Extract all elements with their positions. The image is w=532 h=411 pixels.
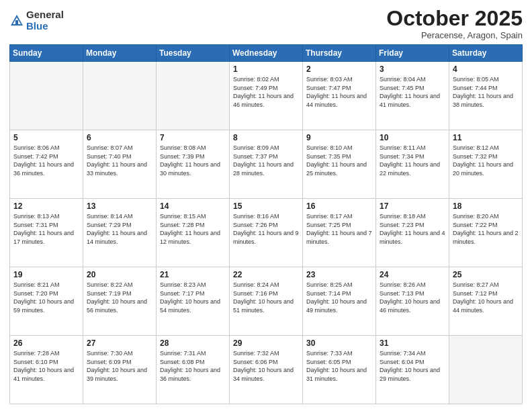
day-number: 13 — [87, 201, 152, 211]
day-number: 10 — [380, 133, 445, 142]
day-number: 22 — [233, 270, 299, 279]
day-info: Sunrise: 8:15 AMSunset: 7:28 PMDaylight:… — [160, 212, 226, 246]
calendar-day-cell — [83, 62, 157, 130]
day-number: 17 — [380, 201, 445, 211]
calendar-day-cell: 20Sunrise: 8:22 AMSunset: 7:19 PMDayligh… — [83, 267, 157, 336]
day-number: 31 — [380, 338, 445, 348]
header: General Blue October 2025 Peracense, Ara… — [9, 7, 523, 40]
month-title: October 2025 — [386, 7, 523, 30]
day-number: 20 — [87, 270, 152, 279]
calendar-day-cell: 16Sunrise: 8:17 AMSunset: 7:25 PMDayligh… — [303, 199, 376, 267]
calendar-week-row: 26Sunrise: 7:28 AMSunset: 6:10 PMDayligh… — [10, 336, 523, 404]
day-info: Sunrise: 8:25 AMSunset: 7:14 PMDaylight:… — [306, 281, 372, 314]
calendar-day-cell: 25Sunrise: 8:27 AMSunset: 7:12 PMDayligh… — [449, 267, 523, 336]
day-number: 25 — [453, 270, 519, 279]
page: General Blue October 2025 Peracense, Ara… — [0, 0, 532, 411]
day-info: Sunrise: 7:33 AMSunset: 6:05 PMDaylight:… — [306, 349, 372, 383]
day-info: Sunrise: 8:21 AMSunset: 7:20 PMDaylight:… — [13, 281, 79, 314]
calendar-day-cell: 3Sunrise: 8:04 AMSunset: 7:45 PMDaylight… — [376, 62, 449, 130]
day-number: 18 — [453, 201, 519, 211]
day-info: Sunrise: 8:06 AMSunset: 7:42 PMDaylight:… — [13, 144, 79, 177]
day-info: Sunrise: 8:22 AMSunset: 7:19 PMDaylight:… — [87, 281, 152, 314]
day-number: 1 — [233, 64, 299, 74]
calendar-week-row: 19Sunrise: 8:21 AMSunset: 7:20 PMDayligh… — [10, 267, 523, 336]
day-info: Sunrise: 8:14 AMSunset: 7:29 PMDaylight:… — [87, 212, 152, 246]
day-number: 11 — [453, 133, 519, 142]
calendar-day-cell — [157, 62, 230, 130]
calendar-day-cell: 7Sunrise: 8:08 AMSunset: 7:39 PMDaylight… — [157, 130, 230, 199]
calendar-day-cell: 13Sunrise: 8:14 AMSunset: 7:29 PMDayligh… — [83, 199, 157, 267]
logo-icon — [9, 13, 24, 28]
day-info: Sunrise: 8:20 AMSunset: 7:22 PMDaylight:… — [453, 212, 519, 246]
day-info: Sunrise: 8:08 AMSunset: 7:39 PMDaylight:… — [160, 144, 226, 177]
svg-rect-2 — [15, 20, 18, 24]
day-info: Sunrise: 7:31 AMSunset: 6:08 PMDaylight:… — [160, 349, 226, 383]
day-number: 9 — [306, 133, 372, 142]
calendar-day-cell: 18Sunrise: 8:20 AMSunset: 7:22 PMDayligh… — [449, 199, 523, 267]
day-info: Sunrise: 8:02 AMSunset: 7:49 PMDaylight:… — [233, 75, 299, 109]
day-number: 30 — [306, 338, 372, 348]
day-number: 15 — [233, 201, 299, 211]
calendar-week-row: 5Sunrise: 8:06 AMSunset: 7:42 PMDaylight… — [10, 130, 523, 199]
calendar-day-cell: 5Sunrise: 8:06 AMSunset: 7:42 PMDaylight… — [10, 130, 83, 199]
calendar-week-row: 12Sunrise: 8:13 AMSunset: 7:31 PMDayligh… — [10, 199, 523, 267]
calendar-day-cell: 28Sunrise: 7:31 AMSunset: 6:08 PMDayligh… — [157, 336, 230, 404]
day-number: 26 — [13, 338, 79, 348]
day-info: Sunrise: 8:16 AMSunset: 7:26 PMDaylight:… — [233, 212, 299, 246]
calendar-table: SundayMondayTuesdayWednesdayThursdayFrid… — [9, 44, 523, 404]
day-info: Sunrise: 7:28 AMSunset: 6:10 PMDaylight:… — [13, 349, 79, 383]
calendar-day-cell: 30Sunrise: 7:33 AMSunset: 6:05 PMDayligh… — [303, 336, 376, 404]
day-number: 7 — [160, 133, 226, 142]
location: Peracense, Aragon, Spain — [386, 30, 523, 40]
calendar-day-cell: 24Sunrise: 8:26 AMSunset: 7:13 PMDayligh… — [376, 267, 449, 336]
day-info: Sunrise: 8:04 AMSunset: 7:45 PMDaylight:… — [380, 75, 445, 109]
day-number: 27 — [87, 338, 152, 348]
calendar-day-cell: 17Sunrise: 8:18 AMSunset: 7:23 PMDayligh… — [376, 199, 449, 267]
day-info: Sunrise: 8:12 AMSunset: 7:32 PMDaylight:… — [453, 144, 519, 177]
day-number: 5 — [13, 133, 79, 142]
weekday-header: Friday — [376, 45, 449, 62]
day-number: 23 — [306, 270, 372, 279]
calendar-day-cell: 21Sunrise: 8:23 AMSunset: 7:17 PMDayligh… — [157, 267, 230, 336]
calendar-day-cell: 26Sunrise: 7:28 AMSunset: 6:10 PMDayligh… — [10, 336, 83, 404]
day-info: Sunrise: 8:03 AMSunset: 7:47 PMDaylight:… — [306, 75, 372, 109]
day-number: 6 — [87, 133, 152, 142]
day-info: Sunrise: 8:13 AMSunset: 7:31 PMDaylight:… — [13, 212, 79, 246]
day-number: 3 — [380, 64, 445, 74]
logo: General Blue — [9, 9, 64, 32]
day-info: Sunrise: 8:27 AMSunset: 7:12 PMDaylight:… — [453, 281, 519, 314]
weekday-header: Sunday — [10, 45, 83, 62]
logo-general: General — [26, 9, 64, 21]
day-number: 28 — [160, 338, 226, 348]
title-block: October 2025 Peracense, Aragon, Spain — [386, 7, 523, 40]
logo-text: General Blue — [26, 9, 64, 32]
day-info: Sunrise: 8:23 AMSunset: 7:17 PMDaylight:… — [160, 281, 226, 314]
day-info: Sunrise: 8:10 AMSunset: 7:35 PMDaylight:… — [306, 144, 372, 177]
calendar-day-cell: 27Sunrise: 7:30 AMSunset: 6:09 PMDayligh… — [83, 336, 157, 404]
day-info: Sunrise: 8:18 AMSunset: 7:23 PMDaylight:… — [380, 212, 445, 246]
calendar-day-cell: 10Sunrise: 8:11 AMSunset: 7:34 PMDayligh… — [376, 130, 449, 199]
calendar-day-cell: 31Sunrise: 7:34 AMSunset: 6:04 PMDayligh… — [376, 336, 449, 404]
logo-blue: Blue — [26, 21, 64, 32]
day-number: 12 — [13, 201, 79, 211]
calendar-day-cell: 6Sunrise: 8:07 AMSunset: 7:40 PMDaylight… — [83, 130, 157, 199]
calendar-day-cell: 4Sunrise: 8:05 AMSunset: 7:44 PMDaylight… — [449, 62, 523, 130]
calendar-day-cell: 15Sunrise: 8:16 AMSunset: 7:26 PMDayligh… — [230, 199, 303, 267]
calendar-day-cell: 8Sunrise: 8:09 AMSunset: 7:37 PMDaylight… — [230, 130, 303, 199]
day-info: Sunrise: 8:05 AMSunset: 7:44 PMDaylight:… — [453, 75, 519, 109]
day-info: Sunrise: 8:17 AMSunset: 7:25 PMDaylight:… — [306, 212, 372, 246]
day-info: Sunrise: 7:32 AMSunset: 6:06 PMDaylight:… — [233, 349, 299, 383]
calendar-day-cell: 22Sunrise: 8:24 AMSunset: 7:16 PMDayligh… — [230, 267, 303, 336]
weekday-header: Wednesday — [230, 45, 303, 62]
day-info: Sunrise: 8:11 AMSunset: 7:34 PMDaylight:… — [380, 144, 445, 177]
weekday-header: Saturday — [449, 45, 523, 62]
day-info: Sunrise: 8:09 AMSunset: 7:37 PMDaylight:… — [233, 144, 299, 177]
day-number: 24 — [380, 270, 445, 279]
calendar-day-cell: 1Sunrise: 8:02 AMSunset: 7:49 PMDaylight… — [230, 62, 303, 130]
calendar-day-cell: 19Sunrise: 8:21 AMSunset: 7:20 PMDayligh… — [10, 267, 83, 336]
day-number: 8 — [233, 133, 299, 142]
calendar-day-cell: 12Sunrise: 8:13 AMSunset: 7:31 PMDayligh… — [10, 199, 83, 267]
calendar-day-cell — [449, 336, 523, 404]
day-info: Sunrise: 8:07 AMSunset: 7:40 PMDaylight:… — [87, 144, 152, 177]
weekday-header: Thursday — [303, 45, 376, 62]
